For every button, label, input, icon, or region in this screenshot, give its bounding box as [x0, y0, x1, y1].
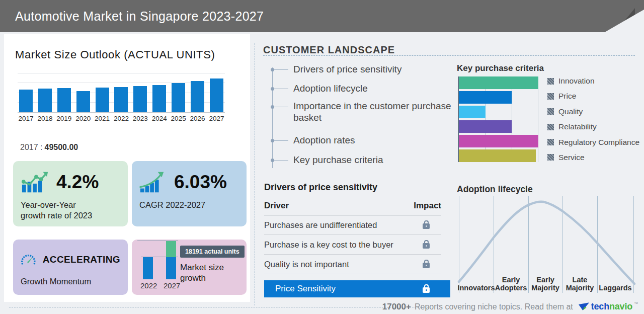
key-purchase-criteria-title: Key purchase criteria [457, 63, 544, 73]
criteria-bar [459, 149, 536, 162]
yoy-growth-value: 4.2% [56, 172, 99, 193]
bar-chart-trend-icon [21, 171, 50, 194]
driver-column-header: Driver [264, 201, 289, 211]
list-item: Drivers of price sensitivity [272, 60, 451, 78]
growth-label-2022: 2022 [140, 281, 157, 290]
legend-label: Regulatory Compliance [558, 138, 639, 147]
legend-swatch-icon [547, 124, 554, 130]
stage-label: Late Majority [562, 274, 597, 292]
growth-bar-2022 [143, 257, 153, 279]
market-bar-2022 [114, 87, 128, 112]
market-growth-mini-chart: 2022 2027 [137, 245, 180, 290]
page-title: Automotive Market in Singapore 2023-2027 [15, 0, 264, 32]
criteria-bar [459, 135, 538, 147]
driver-cell: Purchase is a key cost to the buyer [264, 240, 393, 250]
key-purchase-criteria-chart [458, 76, 538, 162]
list-item: Adoption lifecycle [272, 78, 451, 99]
market-bar-2020 [76, 91, 90, 112]
legend-swatch-icon [547, 139, 554, 145]
cagr-value: 6.03% [174, 172, 227, 193]
base-year-label: 2017 : [20, 143, 42, 151]
x-tick-label: 2024 [152, 115, 166, 122]
yoy-growth-label: Year-over-Year growth rate of 2023 [21, 200, 120, 221]
market-bar-2027 [210, 78, 223, 112]
legend-swatch-icon [547, 93, 554, 100]
list-item: Adoption rates [272, 131, 451, 150]
base-year-value: 2017 :49500.00 [20, 143, 78, 152]
x-tick-label: 2023 [133, 115, 147, 122]
footer-text: Reports covering niche topics. Read them… [415, 302, 573, 311]
x-tick-label: 2026 [191, 115, 204, 122]
legend-item: Quality [547, 107, 639, 116]
lock-icon [423, 223, 430, 229]
stat-boxes: 4.2% Year-over-Year growth rate of 2023 … [13, 161, 242, 295]
price-sensitivity-table: Drivers of price sensitivity Driver Impa… [264, 182, 450, 297]
table-rows: Purchases are undifferentiatedPurchase i… [264, 215, 450, 274]
growth-caption: Market size growth [180, 262, 245, 284]
legend-item: Regulatory Compliance [547, 138, 639, 147]
legend-item: Service [547, 153, 639, 162]
growth-label-2027: 2027 [164, 281, 180, 290]
rising-bars-arrow-icon [139, 171, 168, 194]
market-size-chart-ticks: 2017201820192020202120222023202420252026… [18, 115, 225, 122]
market-bar-2017 [19, 90, 33, 112]
criteria-bar [459, 106, 486, 118]
adoption-lifecycle-chart: InnovatorsEarly AdoptersEarly MajorityLa… [457, 196, 644, 294]
table-row: Purchases are undifferentiated [264, 215, 441, 235]
market-bar-2019 [57, 88, 71, 112]
growth-momentum-box: ACCELERATING Growth Momentum [13, 240, 128, 295]
market-bar-2024 [152, 85, 166, 112]
legend-item: Price [547, 92, 639, 101]
market-bar-2021 [96, 88, 109, 112]
lock-icon [423, 243, 430, 249]
corner-fold [605, 10, 644, 32]
legend-label: Price [558, 92, 576, 101]
x-tick-label: 2020 [76, 115, 90, 122]
technavio-logo[interactable]: technavio ™ [579, 301, 638, 312]
vertical-divider [255, 43, 255, 305]
momentum-label: Growth Momentum [21, 276, 120, 287]
yoy-growth-box: 4.2% Year-over-Year growth rate of 2023 [13, 161, 128, 226]
legend-label: Innovation [558, 76, 595, 86]
market-size-title: Market Size Outlook (ACTUAL UNITS) [15, 48, 215, 61]
legend-swatch-icon [547, 154, 554, 161]
stage-label: Laggards [597, 274, 633, 292]
lock-icon [423, 263, 430, 268]
market-bar-2025 [172, 83, 185, 112]
driver-cell: Quality is not important [264, 260, 349, 269]
technavio-mark-icon [579, 302, 590, 311]
legend-label: Service [558, 153, 585, 162]
table-row: Purchase is a key cost to the buyer [264, 235, 441, 255]
logo-tech-text: tech [591, 301, 609, 312]
customer-landscape-title: CUSTOMER LANDSCAPE [263, 44, 395, 56]
x-tick-label: 2025 [172, 115, 185, 122]
legend-label: Quality [558, 107, 583, 116]
x-tick-label: 2019 [57, 115, 71, 122]
market-bar-2026 [191, 81, 204, 112]
list-item: Importance in the customer purchase bask… [272, 99, 451, 131]
price-sensitivity-highlight-row: Price Sensitivity [264, 280, 450, 297]
market-growth-box: 2022 2027 18191 actual units Market size… [132, 240, 247, 295]
legend-item: Innovation [547, 76, 639, 86]
stage-label: Early Majority [528, 274, 562, 292]
criteria-bar [459, 91, 512, 104]
market-size-card: Market Size Outlook (ACTUAL UNITS) 20172… [4, 34, 250, 302]
x-tick-label: 2017 [19, 115, 33, 122]
stage-label: Innovators [459, 274, 494, 292]
x-tick-label: 2027 [210, 115, 223, 122]
criteria-bar [459, 120, 512, 133]
lock-icon [423, 287, 430, 293]
customer-landscape-list: Drivers of price sensitivity Adoption li… [272, 60, 451, 170]
report-count: 17000+ [382, 302, 411, 312]
market-bar-2018 [38, 89, 52, 112]
legend-swatch-icon [547, 78, 554, 85]
table-row: Quality is not important [264, 255, 441, 274]
growth-bar-2027-increment [166, 241, 176, 257]
market-bar-2023 [133, 86, 147, 112]
x-tick-label: 2021 [96, 115, 109, 122]
market-size-chart [18, 73, 225, 113]
footer: 17000+ Reports covering niche topics. Re… [382, 301, 638, 312]
key-purchase-criteria-legend: InnovationPriceQualityRelatabilityRegula… [547, 76, 639, 162]
speedometer-icon [21, 249, 36, 270]
legend-swatch-icon [547, 108, 554, 115]
